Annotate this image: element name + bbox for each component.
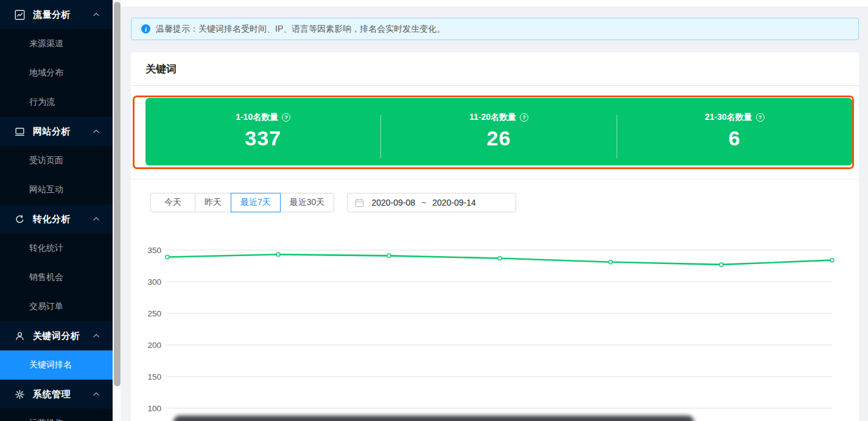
calendar-icon: [355, 198, 364, 207]
card-header: 关键词: [131, 52, 859, 86]
sidebar-item-visited-pages[interactable]: 受访页面: [0, 146, 113, 175]
sidebar-group-label: 转化分析: [33, 214, 95, 225]
top-header-strip: [121, 0, 868, 7]
svg-text:350: 350: [147, 246, 161, 255]
sidebar-item-region-distribution[interactable]: 地域分布: [0, 58, 113, 88]
sidebar-item-sales-opportunities[interactable]: 销售机会: [0, 263, 113, 292]
svg-text:300: 300: [147, 277, 161, 287]
sync-icon: [15, 214, 25, 224]
info-circle-icon: i: [141, 24, 150, 33]
sidebar-group-conversion-analysis[interactable]: 转化分析: [0, 204, 113, 234]
date-range-separator: ~: [421, 198, 426, 207]
vertical-scrollbar-thumb[interactable]: [114, 2, 121, 386]
date-quick-filter-group: 今天 昨天 最近7天 最近30天: [150, 193, 334, 212]
gear-icon: [15, 389, 25, 400]
submenu-conversion: 转化统计 销售机会 交易订单: [0, 234, 113, 321]
sidebar-item-behavior-flow[interactable]: 行为流: [0, 88, 113, 117]
filter-row: 今天 昨天 最近7天 最近30天 2020-09-08: [150, 193, 859, 212]
stat-label: 1-10名数量 ?: [236, 112, 290, 123]
stat-label-text: 21-30名数量: [705, 112, 752, 123]
stat-rank-1-10: 1-10名数量 ? 337: [145, 98, 380, 165]
stats-bar-wrapper: 1-10名数量 ? 337 11-20名数量 ? 26: [145, 98, 852, 165]
sidebar-item-trade-orders[interactable]: 交易订单: [0, 292, 113, 321]
rank-stats-bar: 1-10名数量 ? 337 11-20名数量 ? 26: [145, 98, 852, 165]
svg-text:250: 250: [147, 309, 161, 318]
sidebar-item-source-channels[interactable]: 来源渠道: [0, 29, 113, 58]
monitor-icon: [15, 127, 25, 137]
submenu-traffic: 来源渠道 地域分布 行为流: [0, 29, 113, 117]
sidebar: 流量分析 来源渠道 地域分布 行为流 网站分析 受访页面 网站互动 转化分析: [0, 0, 113, 421]
filter-button-last-7-days[interactable]: 最近7天: [231, 193, 281, 212]
filter-button-today[interactable]: 今天: [150, 193, 195, 212]
line-chart-icon: [15, 10, 25, 20]
svg-text:200: 200: [147, 341, 161, 350]
stat-value: 26: [487, 127, 511, 150]
sidebar-group-label: 流量分析: [33, 9, 95, 21]
svg-text:100: 100: [147, 404, 161, 413]
date-range-picker[interactable]: 2020-09-08 ~ 2020-09-14: [347, 193, 516, 212]
sidebar-item-conversion-stats[interactable]: 转化统计: [0, 234, 113, 263]
filter-button-yesterday[interactable]: 昨天: [195, 193, 231, 212]
sidebar-group-label: 网站分析: [33, 126, 95, 137]
question-circle-icon[interactable]: ?: [520, 113, 528, 122]
vertical-scrollbar-track[interactable]: [113, 0, 121, 421]
filter-button-last-30-days[interactable]: 最近30天: [280, 193, 335, 212]
stat-label-text: 1-10名数量: [236, 112, 278, 123]
question-circle-icon[interactable]: ?: [282, 113, 290, 122]
ranking-line-chart[interactable]: 350300250200150100: [131, 233, 859, 421]
date-range-start: 2020-09-08: [371, 198, 415, 207]
card-body: 1-10名数量 ? 337 11-20名数量 ? 26: [131, 86, 859, 421]
card-title: 关键词: [145, 62, 177, 76]
stat-rank-21-30: 21-30名数量 ? 6: [617, 98, 852, 165]
sidebar-group-keyword-analysis[interactable]: 关键词分析: [0, 321, 113, 350]
bottom-overlay-bar: [173, 416, 694, 421]
info-alert: i 温馨提示：关键词排名受时间、IP、语言等因素影响，排名会实时发生变化。: [131, 18, 859, 40]
stat-label: 11-20名数量 ?: [469, 112, 528, 123]
date-range-end: 2020-09-14: [432, 198, 476, 207]
sidebar-item-keyword-ranking[interactable]: 关键词排名: [0, 350, 113, 380]
sidebar-group-traffic-analysis[interactable]: 流量分析: [0, 0, 113, 29]
sidebar-group-label: 关键词分析: [33, 330, 95, 342]
submenu-keyword: 关键词排名: [0, 350, 113, 380]
main-content: i 温馨提示：关键词排名受时间、IP、语言等因素影响，排名会实时发生变化。 关键…: [121, 0, 868, 421]
submenu-system: 运营操作: [0, 409, 113, 421]
stat-label-text: 11-20名数量: [469, 112, 516, 123]
sidebar-group-website-analysis[interactable]: 网站分析: [0, 117, 113, 146]
alert-text: 温馨提示：关键词排名受时间、IP、语言等因素影响，排名会实时发生变化。: [156, 24, 445, 35]
submenu-website: 受访页面 网站互动: [0, 146, 113, 204]
sidebar-group-system-management[interactable]: 系统管理: [0, 380, 113, 409]
stat-value: 337: [245, 127, 281, 150]
section-divider: [131, 179, 859, 179]
keyword-card: 关键词 1-10名数量 ? 337 11-20名: [131, 52, 859, 421]
sidebar-item-operations[interactable]: 运营操作: [0, 409, 113, 421]
stat-label: 21-30名数量 ?: [705, 112, 765, 123]
user-icon: [15, 331, 25, 341]
sidebar-item-site-interaction[interactable]: 网站互动: [0, 175, 113, 204]
svg-text:150: 150: [147, 372, 161, 381]
stat-value: 6: [729, 127, 741, 150]
sidebar-group-label: 系统管理: [33, 389, 95, 400]
stat-rank-11-20: 11-20名数量 ? 26: [381, 98, 616, 165]
question-circle-icon[interactable]: ?: [756, 113, 765, 122]
